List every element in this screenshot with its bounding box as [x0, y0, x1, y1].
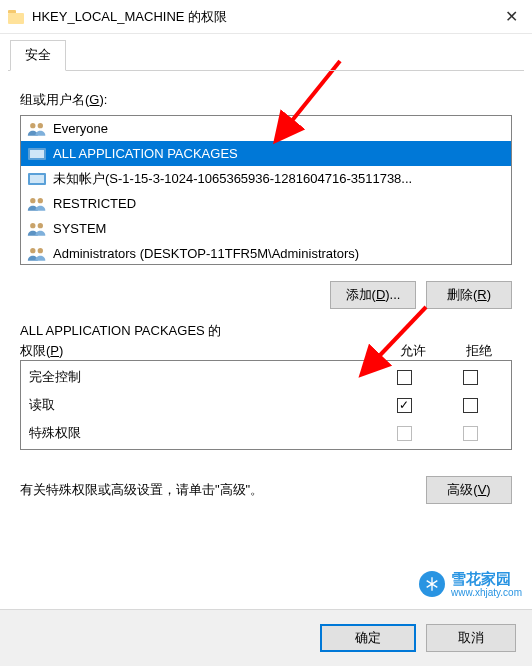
- list-item[interactable]: Administrators (DESKTOP-11TFR5M\Administ…: [21, 241, 511, 265]
- list-item-label: Everyone: [53, 121, 108, 136]
- close-button[interactable]: ✕: [490, 0, 532, 34]
- list-item[interactable]: 未知帐户(S-1-15-3-1024-1065365936-1281604716…: [21, 166, 511, 191]
- permission-label: 读取: [29, 396, 371, 414]
- groups-listbox[interactable]: EveryoneALL APPLICATION PACKAGES未知帐户(S-1…: [20, 115, 512, 265]
- folder-icon: [8, 10, 24, 24]
- permissions-listbox: 完全控制读取特殊权限: [20, 360, 512, 450]
- list-item-label: 未知帐户(S-1-15-3-1024-1065365936-1281604716…: [53, 170, 412, 188]
- svg-point-9: [38, 223, 43, 228]
- remove-button[interactable]: 删除(R): [426, 281, 512, 309]
- watermark: 雪花家园 www.xhjaty.com: [419, 571, 522, 599]
- svg-rect-3: [30, 150, 44, 158]
- add-button[interactable]: 添加(D)...: [330, 281, 416, 309]
- list-item-label: SYSTEM: [53, 221, 106, 236]
- groups-label: 组或用户名(G):: [20, 91, 512, 109]
- col-deny: 拒绝: [446, 342, 512, 360]
- tab-content: 组或用户名(G): EveryoneALL APPLICATION PACKAG…: [0, 71, 532, 504]
- users-icon: [27, 196, 47, 212]
- list-item-label: Administrators (DESKTOP-11TFR5M\Administ…: [53, 246, 359, 261]
- cancel-button[interactable]: 取消: [426, 624, 516, 652]
- svg-rect-5: [30, 175, 44, 183]
- users-icon: [27, 121, 47, 137]
- package-icon: [27, 146, 47, 162]
- permission-row: 特殊权限: [21, 419, 511, 447]
- advanced-button[interactable]: 高级(V): [426, 476, 512, 504]
- users-icon: [27, 221, 47, 237]
- deny-checkbox[interactable]: [463, 370, 478, 385]
- list-item[interactable]: SYSTEM: [21, 216, 511, 241]
- permission-label: 特殊权限: [29, 424, 371, 442]
- permissions-header: ALL APPLICATION PACKAGES 的 权限(P) 允许 拒绝: [20, 321, 512, 360]
- snowflake-icon: [419, 571, 445, 597]
- package-icon: [27, 171, 47, 187]
- list-item[interactable]: RESTRICTED: [21, 191, 511, 216]
- svg-point-0: [30, 123, 35, 128]
- svg-point-1: [38, 123, 43, 128]
- tab-strip: 安全: [0, 34, 532, 71]
- ok-button[interactable]: 确定: [320, 624, 416, 652]
- users-icon: [27, 246, 47, 262]
- allow-checkbox[interactable]: [397, 398, 412, 413]
- advanced-note: 有关特殊权限或高级设置，请单击"高级"。: [20, 481, 414, 499]
- titlebar: HKEY_LOCAL_MACHINE 的权限 ✕: [0, 0, 532, 34]
- svg-point-7: [38, 198, 43, 203]
- svg-point-8: [30, 223, 35, 228]
- deny-checkbox: [463, 426, 478, 441]
- deny-checkbox[interactable]: [463, 398, 478, 413]
- list-item[interactable]: ALL APPLICATION PACKAGES: [21, 141, 511, 166]
- tab-security[interactable]: 安全: [10, 40, 66, 71]
- permission-row: 读取: [21, 391, 511, 419]
- svg-point-10: [30, 248, 35, 253]
- allow-checkbox: [397, 426, 412, 441]
- list-item-label: ALL APPLICATION PACKAGES: [53, 146, 238, 161]
- permission-label: 完全控制: [29, 368, 371, 386]
- allow-checkbox[interactable]: [397, 370, 412, 385]
- svg-point-11: [38, 248, 43, 253]
- permission-row: 完全控制: [21, 363, 511, 391]
- window-title: HKEY_LOCAL_MACHINE 的权限: [32, 8, 490, 26]
- svg-point-6: [30, 198, 35, 203]
- col-allow: 允许: [380, 342, 446, 360]
- dialog-buttons: 确定 取消: [0, 609, 532, 666]
- list-item[interactable]: Everyone: [21, 116, 511, 141]
- list-item-label: RESTRICTED: [53, 196, 136, 211]
